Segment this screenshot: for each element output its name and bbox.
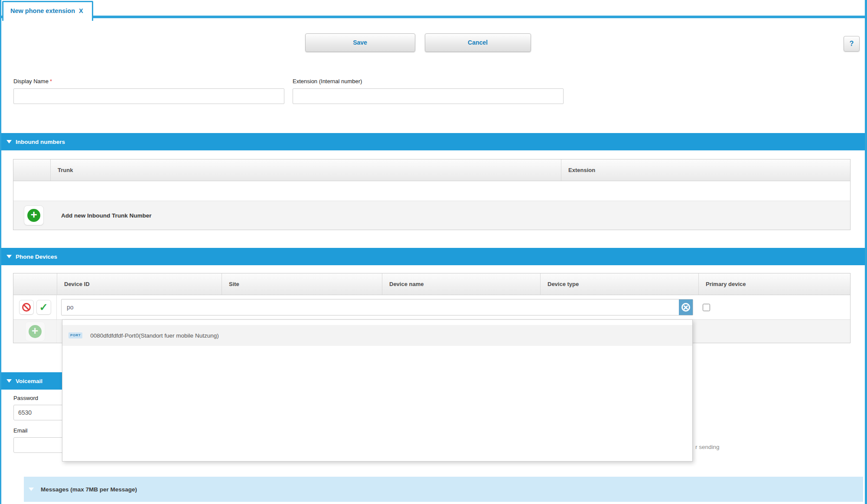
phone-devices-table: Device ID Site Device name Device type P… — [13, 273, 851, 343]
check-icon: ✓ — [39, 302, 48, 312]
voicemail-title: Voicemail — [16, 378, 42, 384]
close-icon[interactable]: X — [79, 7, 83, 14]
tab-bar: New phone extension X — [1, 0, 865, 18]
tab-new-phone-extension[interactable]: New phone extension X — [2, 1, 93, 21]
circle-x-icon — [681, 303, 690, 312]
save-button[interactable]: Save — [305, 33, 415, 52]
extension-label: Extension (Internal number) — [293, 78, 564, 85]
add-inbound-trunk-label: Add new Inbound Trunk Number — [61, 212, 152, 219]
add-inbound-trunk-button[interactable]: + — [24, 205, 44, 225]
inbound-col-empty — [13, 159, 50, 181]
devices-col-device-type: Device type — [540, 273, 698, 295]
inbound-numbers-table: Trunk Extension + Add new Inbound Trunk … — [13, 159, 851, 230]
cancel-button[interactable]: Cancel — [425, 33, 531, 52]
display-name-field: Display Name* — [13, 78, 284, 104]
primary-device-checkbox[interactable] — [703, 304, 710, 311]
cancel-icon — [22, 303, 31, 312]
devices-col-device-name: Device name — [382, 273, 540, 295]
messages-title: Messages (max 7MB per Message) — [41, 486, 137, 493]
add-device-controls: + — [13, 320, 57, 343]
devices-col-primary-device: Primary device — [698, 273, 850, 295]
extension-input[interactable] — [293, 88, 564, 104]
new-phone-extension-page: New phone extension X Save Cancel ? Disp… — [0, 0, 867, 504]
device-id-input-wrap — [61, 299, 693, 315]
device-edit-row: ✓ PORT 0080dfdfdfdf-Port0(Standort fuer … — [13, 295, 850, 319]
display-name-label-text: Display Name — [13, 78, 49, 85]
button-row: Save Cancel — [1, 18, 834, 52]
clear-input-button[interactable] — [679, 299, 693, 315]
chevron-down-icon — [7, 379, 12, 383]
phone-devices-header[interactable]: Phone Devices — [1, 248, 865, 265]
cancel-row-button[interactable] — [19, 300, 34, 315]
extension-form: Display Name* Extension (Internal number… — [1, 67, 865, 104]
plus-icon: + — [29, 325, 42, 338]
devices-col-empty — [13, 273, 57, 295]
devices-table-header: Device ID Site Device name Device type P… — [13, 273, 850, 295]
inbound-table-header: Trunk Extension — [13, 159, 850, 181]
tab-label: New phone extension — [10, 7, 75, 14]
inbound-empty-row — [13, 181, 850, 201]
dropdown-item-label: 0080dfdfdfdf-Port0(Standort fuer mobile … — [90, 332, 218, 339]
inbound-numbers-header[interactable]: Inbound numbers — [1, 133, 865, 150]
device-id-dropdown: PORT 0080dfdfdfdf-Port0(Standort fuer mo… — [62, 319, 693, 462]
port-badge: PORT — [68, 332, 82, 338]
required-asterisk: * — [50, 78, 52, 85]
device-id-input[interactable] — [61, 299, 693, 315]
extension-field: Extension (Internal number) — [293, 78, 564, 104]
devices-col-device-id: Device ID — [57, 273, 222, 295]
confirm-row-button[interactable]: ✓ — [36, 300, 51, 315]
devices-col-site: Site — [222, 273, 382, 295]
chevron-down-icon — [7, 255, 12, 258]
device-row-controls: ✓ — [13, 295, 57, 319]
plus-icon: + — [27, 209, 40, 222]
add-inbound-row: + Add new Inbound Trunk Number — [13, 201, 850, 230]
partial-sending-label: r sending — [695, 444, 720, 450]
display-name-input[interactable] — [13, 88, 284, 104]
add-device-button[interactable]: + — [25, 322, 45, 341]
chevron-down-icon — [29, 488, 34, 491]
inbound-col-trunk: Trunk — [50, 159, 561, 181]
display-name-label: Display Name* — [13, 78, 284, 85]
dropdown-item-port0[interactable]: PORT 0080dfdfdfdf-Port0(Standort fuer mo… — [62, 325, 692, 346]
inbound-col-extension: Extension — [561, 159, 850, 181]
help-button[interactable]: ? — [844, 36, 860, 52]
messages-section-header[interactable]: Messages (max 7MB per Message) — [24, 477, 863, 502]
phone-devices-title: Phone Devices — [16, 254, 57, 260]
toolbar: Save Cancel ? — [1, 18, 865, 67]
chevron-down-icon — [7, 140, 12, 143]
inbound-numbers-title: Inbound numbers — [16, 139, 65, 145]
